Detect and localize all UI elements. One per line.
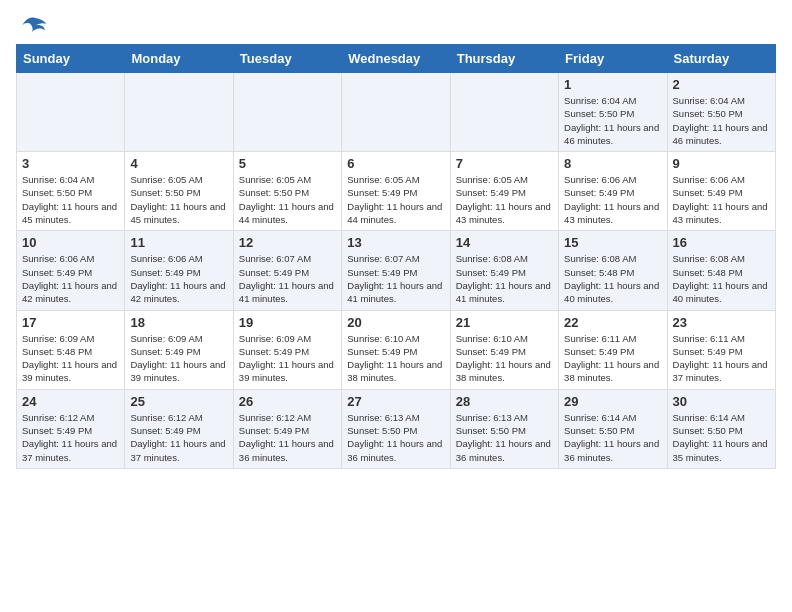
day-info: Sunrise: 6:12 AM Sunset: 5:49 PM Dayligh… [22, 411, 119, 464]
calendar-cell: 16Sunrise: 6:08 AM Sunset: 5:48 PM Dayli… [667, 231, 775, 310]
day-info: Sunrise: 6:07 AM Sunset: 5:49 PM Dayligh… [347, 252, 444, 305]
day-number: 18 [130, 315, 227, 330]
calendar-table: SundayMondayTuesdayWednesdayThursdayFrid… [16, 44, 776, 469]
day-number: 2 [673, 77, 770, 92]
weekday-header-row: SundayMondayTuesdayWednesdayThursdayFrid… [17, 45, 776, 73]
weekday-header-monday: Monday [125, 45, 233, 73]
calendar-cell: 15Sunrise: 6:08 AM Sunset: 5:48 PM Dayli… [559, 231, 667, 310]
calendar-cell: 11Sunrise: 6:06 AM Sunset: 5:49 PM Dayli… [125, 231, 233, 310]
day-number: 9 [673, 156, 770, 171]
day-number: 17 [22, 315, 119, 330]
day-info: Sunrise: 6:05 AM Sunset: 5:50 PM Dayligh… [130, 173, 227, 226]
day-info: Sunrise: 6:08 AM Sunset: 5:49 PM Dayligh… [456, 252, 553, 305]
day-info: Sunrise: 6:11 AM Sunset: 5:49 PM Dayligh… [564, 332, 661, 385]
day-number: 28 [456, 394, 553, 409]
day-info: Sunrise: 6:11 AM Sunset: 5:49 PM Dayligh… [673, 332, 770, 385]
day-info: Sunrise: 6:14 AM Sunset: 5:50 PM Dayligh… [673, 411, 770, 464]
calendar-cell: 2Sunrise: 6:04 AM Sunset: 5:50 PM Daylig… [667, 73, 775, 152]
day-number: 21 [456, 315, 553, 330]
calendar-cell: 24Sunrise: 6:12 AM Sunset: 5:49 PM Dayli… [17, 389, 125, 468]
day-number: 19 [239, 315, 336, 330]
day-info: Sunrise: 6:09 AM Sunset: 5:49 PM Dayligh… [130, 332, 227, 385]
weekday-header-friday: Friday [559, 45, 667, 73]
calendar-cell: 28Sunrise: 6:13 AM Sunset: 5:50 PM Dayli… [450, 389, 558, 468]
calendar-week-row: 24Sunrise: 6:12 AM Sunset: 5:49 PM Dayli… [17, 389, 776, 468]
day-number: 7 [456, 156, 553, 171]
day-info: Sunrise: 6:07 AM Sunset: 5:49 PM Dayligh… [239, 252, 336, 305]
calendar-cell: 14Sunrise: 6:08 AM Sunset: 5:49 PM Dayli… [450, 231, 558, 310]
calendar-week-row: 10Sunrise: 6:06 AM Sunset: 5:49 PM Dayli… [17, 231, 776, 310]
day-number: 4 [130, 156, 227, 171]
day-info: Sunrise: 6:04 AM Sunset: 5:50 PM Dayligh… [564, 94, 661, 147]
calendar-cell: 30Sunrise: 6:14 AM Sunset: 5:50 PM Dayli… [667, 389, 775, 468]
calendar-cell: 20Sunrise: 6:10 AM Sunset: 5:49 PM Dayli… [342, 310, 450, 389]
calendar-week-row: 3Sunrise: 6:04 AM Sunset: 5:50 PM Daylig… [17, 152, 776, 231]
calendar-cell: 7Sunrise: 6:05 AM Sunset: 5:49 PM Daylig… [450, 152, 558, 231]
calendar-cell: 27Sunrise: 6:13 AM Sunset: 5:50 PM Dayli… [342, 389, 450, 468]
calendar-cell: 17Sunrise: 6:09 AM Sunset: 5:48 PM Dayli… [17, 310, 125, 389]
calendar-cell: 21Sunrise: 6:10 AM Sunset: 5:49 PM Dayli… [450, 310, 558, 389]
calendar-cell: 25Sunrise: 6:12 AM Sunset: 5:49 PM Dayli… [125, 389, 233, 468]
day-info: Sunrise: 6:14 AM Sunset: 5:50 PM Dayligh… [564, 411, 661, 464]
calendar-cell: 6Sunrise: 6:05 AM Sunset: 5:49 PM Daylig… [342, 152, 450, 231]
day-info: Sunrise: 6:06 AM Sunset: 5:49 PM Dayligh… [673, 173, 770, 226]
day-info: Sunrise: 6:13 AM Sunset: 5:50 PM Dayligh… [456, 411, 553, 464]
day-number: 14 [456, 235, 553, 250]
calendar-cell [342, 73, 450, 152]
day-info: Sunrise: 6:12 AM Sunset: 5:49 PM Dayligh… [239, 411, 336, 464]
calendar-cell: 29Sunrise: 6:14 AM Sunset: 5:50 PM Dayli… [559, 389, 667, 468]
calendar-cell [233, 73, 341, 152]
day-info: Sunrise: 6:10 AM Sunset: 5:49 PM Dayligh… [347, 332, 444, 385]
calendar-cell: 22Sunrise: 6:11 AM Sunset: 5:49 PM Dayli… [559, 310, 667, 389]
calendar-cell [17, 73, 125, 152]
day-number: 12 [239, 235, 336, 250]
calendar-cell: 4Sunrise: 6:05 AM Sunset: 5:50 PM Daylig… [125, 152, 233, 231]
day-info: Sunrise: 6:09 AM Sunset: 5:48 PM Dayligh… [22, 332, 119, 385]
weekday-header-tuesday: Tuesday [233, 45, 341, 73]
day-info: Sunrise: 6:10 AM Sunset: 5:49 PM Dayligh… [456, 332, 553, 385]
day-number: 8 [564, 156, 661, 171]
calendar-cell: 13Sunrise: 6:07 AM Sunset: 5:49 PM Dayli… [342, 231, 450, 310]
day-info: Sunrise: 6:04 AM Sunset: 5:50 PM Dayligh… [673, 94, 770, 147]
day-number: 16 [673, 235, 770, 250]
day-info: Sunrise: 6:09 AM Sunset: 5:49 PM Dayligh… [239, 332, 336, 385]
day-number: 3 [22, 156, 119, 171]
calendar-cell: 19Sunrise: 6:09 AM Sunset: 5:49 PM Dayli… [233, 310, 341, 389]
day-info: Sunrise: 6:05 AM Sunset: 5:49 PM Dayligh… [347, 173, 444, 226]
calendar-cell: 5Sunrise: 6:05 AM Sunset: 5:50 PM Daylig… [233, 152, 341, 231]
logo-bird-icon [16, 16, 48, 40]
day-number: 24 [22, 394, 119, 409]
day-number: 13 [347, 235, 444, 250]
day-number: 11 [130, 235, 227, 250]
weekday-header-saturday: Saturday [667, 45, 775, 73]
calendar-cell: 1Sunrise: 6:04 AM Sunset: 5:50 PM Daylig… [559, 73, 667, 152]
day-number: 30 [673, 394, 770, 409]
calendar-cell [450, 73, 558, 152]
day-info: Sunrise: 6:12 AM Sunset: 5:49 PM Dayligh… [130, 411, 227, 464]
day-number: 23 [673, 315, 770, 330]
weekday-header-wednesday: Wednesday [342, 45, 450, 73]
day-info: Sunrise: 6:06 AM Sunset: 5:49 PM Dayligh… [564, 173, 661, 226]
day-info: Sunrise: 6:13 AM Sunset: 5:50 PM Dayligh… [347, 411, 444, 464]
day-number: 27 [347, 394, 444, 409]
weekday-header-sunday: Sunday [17, 45, 125, 73]
day-info: Sunrise: 6:08 AM Sunset: 5:48 PM Dayligh… [564, 252, 661, 305]
day-info: Sunrise: 6:06 AM Sunset: 5:49 PM Dayligh… [130, 252, 227, 305]
calendar-cell: 8Sunrise: 6:06 AM Sunset: 5:49 PM Daylig… [559, 152, 667, 231]
day-number: 10 [22, 235, 119, 250]
calendar-cell: 3Sunrise: 6:04 AM Sunset: 5:50 PM Daylig… [17, 152, 125, 231]
page-header [16, 16, 776, 40]
day-number: 22 [564, 315, 661, 330]
day-number: 5 [239, 156, 336, 171]
calendar-cell [125, 73, 233, 152]
day-number: 15 [564, 235, 661, 250]
calendar-cell: 9Sunrise: 6:06 AM Sunset: 5:49 PM Daylig… [667, 152, 775, 231]
day-info: Sunrise: 6:06 AM Sunset: 5:49 PM Dayligh… [22, 252, 119, 305]
logo [16, 16, 52, 40]
calendar-cell: 26Sunrise: 6:12 AM Sunset: 5:49 PM Dayli… [233, 389, 341, 468]
day-info: Sunrise: 6:05 AM Sunset: 5:50 PM Dayligh… [239, 173, 336, 226]
day-number: 29 [564, 394, 661, 409]
calendar-cell: 18Sunrise: 6:09 AM Sunset: 5:49 PM Dayli… [125, 310, 233, 389]
weekday-header-thursday: Thursday [450, 45, 558, 73]
calendar-week-row: 1Sunrise: 6:04 AM Sunset: 5:50 PM Daylig… [17, 73, 776, 152]
